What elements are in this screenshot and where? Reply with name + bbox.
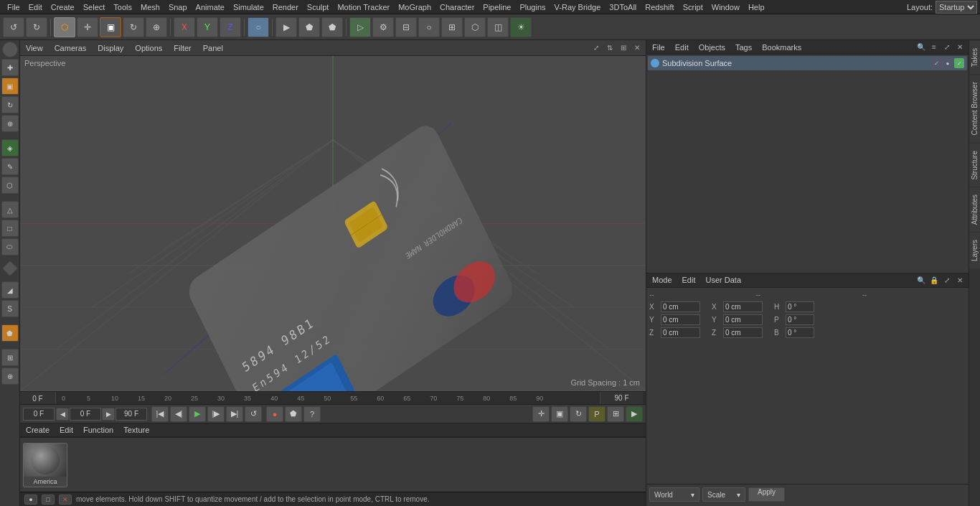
menu-window[interactable]: Window bbox=[707, 0, 744, 14]
frame-next-btn[interactable]: ▶ bbox=[102, 408, 115, 421]
vp-menu-panel[interactable]: Panel bbox=[200, 44, 226, 52]
object-item-subdivision[interactable]: Subdivision Surface ✓ ● ✓ bbox=[648, 56, 967, 70]
vtab-takes[interactable]: Takes bbox=[969, 40, 980, 74]
menu-file[interactable]: File bbox=[3, 0, 24, 14]
goto-start-btn[interactable]: |◀ bbox=[151, 406, 169, 422]
undo-button[interactable]: ↺ bbox=[3, 17, 24, 37]
obj-objects-menu[interactable]: Objects bbox=[696, 43, 728, 52]
mat-menu-create[interactable]: Create bbox=[23, 426, 52, 434]
menu-character[interactable]: Character bbox=[435, 0, 479, 14]
axis-y-button[interactable]: Y bbox=[197, 17, 218, 37]
render-view-button[interactable]: ▷ bbox=[349, 17, 371, 37]
menu-sculpt[interactable]: Sculpt bbox=[303, 0, 334, 14]
left-icon-8[interactable]: △ bbox=[1, 201, 19, 218]
vp-menu-cameras[interactable]: Cameras bbox=[52, 44, 90, 52]
record-help-btn[interactable]: ? bbox=[303, 406, 321, 422]
coord-y2-input[interactable] bbox=[723, 314, 763, 325]
menu-mesh[interactable]: Mesh bbox=[136, 0, 164, 14]
extra-btn-5[interactable]: ⊞ bbox=[607, 406, 624, 422]
start-frame-input[interactable] bbox=[23, 408, 55, 421]
transform-tool-button[interactable]: ⊕ bbox=[146, 17, 167, 37]
left-icon-16[interactable]: ⊕ bbox=[1, 367, 19, 385]
left-icon-13[interactable]: S bbox=[1, 300, 19, 317]
layout-select[interactable]: Startup bbox=[936, 1, 977, 14]
menu-3dtoall[interactable]: 3DToAll bbox=[605, 0, 641, 14]
menu-select[interactable]: Select bbox=[79, 0, 110, 14]
coord-p-input[interactable] bbox=[786, 314, 814, 325]
obj-tag-icon[interactable]: ✓ bbox=[931, 58, 941, 68]
attr-userdata-menu[interactable]: User Data bbox=[703, 276, 745, 284]
material-item-america[interactable]: America bbox=[23, 443, 67, 487]
render-settings-button[interactable]: ⚙ bbox=[372, 17, 394, 37]
coord-z-pos-input[interactable] bbox=[661, 327, 700, 338]
coord-z2-input[interactable] bbox=[723, 327, 763, 338]
left-icon-6[interactable]: ✎ bbox=[1, 158, 19, 175]
extra-btn-3[interactable]: ↻ bbox=[570, 406, 587, 422]
anim-rec-button[interactable]: ⬟ bbox=[321, 17, 343, 37]
apply-button[interactable]: Apply bbox=[748, 487, 785, 502]
attr-close-icon[interactable]: ✕ bbox=[954, 274, 966, 286]
record-auto-btn[interactable]: ⬟ bbox=[285, 406, 302, 422]
object-mode-button[interactable]: ○ bbox=[248, 17, 269, 37]
menu-snap[interactable]: Snap bbox=[164, 0, 192, 14]
vp-icon-expand[interactable]: ⤢ bbox=[590, 42, 602, 54]
vp-icon-grid[interactable]: ⊞ bbox=[618, 42, 629, 54]
select-tool-button[interactable]: ⬡ bbox=[54, 17, 75, 37]
objects-close-icon[interactable]: ✕ bbox=[954, 42, 966, 53]
coord-h-input[interactable] bbox=[786, 301, 814, 312]
axis-x-button[interactable]: X bbox=[174, 17, 195, 37]
objects-filter-icon[interactable]: ≡ bbox=[928, 42, 940, 53]
extra-btn-6[interactable]: ▶ bbox=[626, 406, 643, 422]
timeline-ruler[interactable]: 0 F 0 5 10 15 20 25 30 35 40 45 50 55 60… bbox=[20, 391, 646, 404]
rotate-tool-button[interactable]: ↻ bbox=[123, 17, 144, 37]
frame-start-input[interactable] bbox=[70, 408, 101, 421]
status-icon-2[interactable]: □ bbox=[42, 495, 55, 505]
left-icon-14[interactable]: ⬟ bbox=[1, 324, 19, 342]
move-tool-button[interactable]: ✛ bbox=[77, 17, 98, 37]
mat-menu-function[interactable]: Function bbox=[80, 426, 116, 434]
play-btn[interactable]: ▶ bbox=[189, 406, 206, 422]
goto-end-btn[interactable]: ▶| bbox=[226, 406, 243, 422]
vtab-attributes[interactable]: Attributes bbox=[969, 187, 980, 232]
menu-mograph[interactable]: MoGraph bbox=[394, 0, 435, 14]
vtab-layers[interactable]: Layers bbox=[969, 232, 980, 268]
frame-end-input[interactable] bbox=[116, 408, 147, 421]
menu-simulate[interactable]: Simulate bbox=[229, 0, 268, 14]
menu-render[interactable]: Render bbox=[268, 0, 303, 14]
extra-btn-1[interactable]: ✛ bbox=[532, 406, 550, 422]
obj-vis-icon[interactable]: ● bbox=[943, 58, 953, 68]
menu-vray[interactable]: V-Ray Bridge bbox=[550, 0, 606, 14]
menu-create[interactable]: Create bbox=[47, 0, 79, 14]
axis-z-button[interactable]: Z bbox=[220, 17, 241, 37]
loop-btn[interactable]: ↺ bbox=[245, 406, 262, 422]
display-grid-button[interactable]: ⊞ bbox=[441, 17, 463, 37]
left-icon-12[interactable]: ◢ bbox=[1, 281, 19, 299]
frame-prev-btn[interactable]: ◀ bbox=[56, 408, 69, 421]
vp-icon-sync[interactable]: ⇅ bbox=[604, 42, 616, 54]
menu-script[interactable]: Script bbox=[679, 0, 707, 14]
coord-x2-input[interactable] bbox=[723, 301, 763, 312]
left-icon-0[interactable] bbox=[2, 42, 18, 57]
attr-expand-icon[interactable]: ⤢ bbox=[941, 274, 953, 286]
menu-plugins[interactable]: Plugins bbox=[515, 0, 550, 14]
coord-b-input[interactable] bbox=[786, 327, 814, 338]
obj-edit-menu[interactable]: Edit bbox=[672, 43, 692, 52]
redo-button[interactable]: ↻ bbox=[26, 17, 47, 37]
anim-path-button[interactable]: ⬟ bbox=[298, 17, 320, 37]
vtab-structure[interactable]: Structure bbox=[969, 143, 980, 187]
coord-y-pos-input[interactable] bbox=[661, 314, 700, 325]
objects-expand-icon[interactable]: ⤢ bbox=[941, 42, 953, 53]
menu-edit[interactable]: Edit bbox=[24, 0, 47, 14]
menu-motion-tracker[interactable]: Motion Tracker bbox=[333, 0, 394, 14]
left-icon-1[interactable]: ✚ bbox=[1, 59, 19, 76]
display-opt-button[interactable]: ◫ bbox=[487, 17, 509, 37]
left-icon-2[interactable]: ▣ bbox=[1, 78, 19, 95]
record-btn[interactable]: ● bbox=[266, 406, 283, 422]
anim-key-button[interactable]: ▶ bbox=[275, 17, 297, 37]
menu-help[interactable]: Help bbox=[744, 0, 769, 14]
mat-menu-edit[interactable]: Edit bbox=[57, 426, 76, 434]
render-queue-button[interactable]: ⊟ bbox=[395, 17, 417, 37]
mat-menu-texture[interactable]: Texture bbox=[121, 426, 152, 434]
step-fwd-btn[interactable]: |▶ bbox=[207, 406, 225, 422]
vp-menu-options[interactable]: Options bbox=[132, 44, 165, 52]
